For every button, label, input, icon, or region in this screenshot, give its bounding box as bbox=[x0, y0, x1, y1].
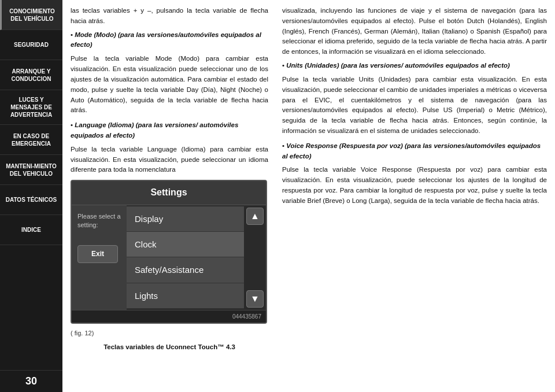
sidebar-item-datos[interactable]: DATOS TÉCNICOS bbox=[0, 185, 62, 215]
left-column: las teclas variables + y –, pulsando la … bbox=[62, 0, 276, 392]
scroll-down-button[interactable]: ▼ bbox=[246, 290, 264, 308]
menu-item-clock[interactable]: Clock bbox=[127, 232, 244, 257]
language-title: Language (Idioma) (para las versiones/ a… bbox=[71, 121, 238, 139]
intro-text: las teclas variables + y –, pulsando la … bbox=[71, 6, 268, 27]
sidebar-item-seguridad[interactable]: SEGURIDAD bbox=[0, 30, 62, 60]
please-select-label: Please select a setting: bbox=[77, 212, 121, 230]
right-column: visualizada, incluyendo las funciones de… bbox=[276, 0, 555, 392]
sidebar-item-mantenimiento[interactable]: MANTENI-MIENTO DEL VEHICULO bbox=[0, 155, 62, 185]
bullet-units: • Units (Unidades) (para las versiones/ … bbox=[282, 61, 547, 136]
bullet-language: • Language (Idioma) (para las versiones/… bbox=[71, 120, 268, 175]
sidebar-item-indice[interactable]: INDICE bbox=[0, 215, 62, 245]
language-text: Pulse la tecla variable Language (Idioma… bbox=[71, 145, 268, 175]
ui-left-panel: Please select a setting: Exit bbox=[72, 205, 127, 310]
fig-caption: ( fig. 12) bbox=[71, 328, 268, 338]
scroll-controls: ▲ ▼ bbox=[244, 205, 266, 310]
ui-menu: Display Clock Safety/Assistance Lights bbox=[127, 205, 244, 310]
mode-text: Pulse la tecla variable Mode (Modo) para… bbox=[71, 54, 268, 116]
exit-button[interactable]: Exit bbox=[77, 245, 118, 263]
voice-title: Voice Response (Respuesta por voz) (para… bbox=[282, 142, 541, 160]
bullet-mode: • Mode (Modo) (para las versiones/automó… bbox=[71, 30, 268, 116]
sidebar-item-emergencia[interactable]: EN CASO DE EMERGENCIA bbox=[0, 125, 62, 155]
sidebar-item-luces[interactable]: LUCES Y MENSAJES DE ADVERTENCIA bbox=[0, 90, 62, 125]
main-content: las teclas variables + y –, pulsando la … bbox=[62, 0, 555, 392]
bullet-voice: • Voice Response (Respuesta por voz) (pa… bbox=[282, 141, 547, 206]
units-title: Units (Unidades) (para las versiones/ au… bbox=[286, 62, 510, 69]
sidebar-item-arranque[interactable]: ARRANQUE Y CONDUCCION bbox=[0, 60, 62, 90]
menu-item-safety[interactable]: Safety/Assistance bbox=[127, 257, 244, 283]
scroll-up-button[interactable]: ▲ bbox=[246, 208, 264, 225]
sidebar-item-conocimiento[interactable]: CONOCIMIENTO DEL VEHÍCULO bbox=[0, 0, 62, 30]
ui-footer-code: 044435867 bbox=[72, 310, 266, 323]
ui-screenshot: Settings Please select a setting: Exit D… bbox=[71, 180, 267, 324]
voice-text: Pulse la tecla variable Voice Response (… bbox=[282, 165, 547, 206]
fig-title: Teclas variables de Uconnect Touch™ 4.3 bbox=[71, 342, 268, 353]
ui-settings-header: Settings bbox=[72, 181, 266, 205]
menu-item-lights[interactable]: Lights bbox=[127, 283, 244, 309]
page-number: 30 bbox=[0, 370, 62, 392]
units-text: Pulse la tecla variable Units (Unidades)… bbox=[282, 75, 547, 136]
sidebar: CONOCIMIENTO DEL VEHÍCULO SEGURIDAD ARRA… bbox=[0, 0, 62, 392]
menu-item-display[interactable]: Display bbox=[127, 206, 244, 232]
mode-title: Mode (Modo) (para las versiones/automóvi… bbox=[71, 31, 261, 49]
right-intro-text: visualizada, incluyendo las funciones de… bbox=[282, 6, 547, 57]
